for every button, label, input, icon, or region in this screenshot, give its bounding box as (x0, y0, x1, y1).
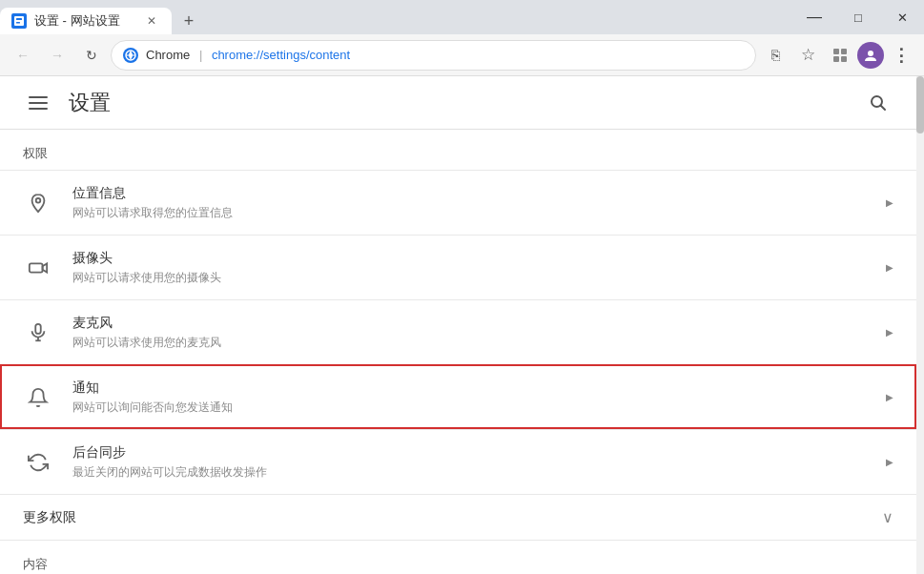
active-tab[interactable]: 设置 - 网站设置 ✕ (0, 8, 172, 34)
close-button[interactable]: ✕ (880, 0, 924, 34)
location-arrow: ▶ (886, 197, 893, 208)
search-icon[interactable] (863, 88, 893, 118)
profile-icon[interactable] (857, 42, 884, 69)
new-tab-button[interactable]: + (175, 8, 202, 34)
microphone-arrow: ▶ (886, 327, 893, 338)
background-sync-title: 后台同步 (72, 444, 886, 461)
location-icon (23, 188, 53, 218)
notification-title: 通知 (72, 379, 886, 397)
svg-rect-10 (29, 96, 48, 98)
address-favicon (123, 48, 138, 63)
camera-text: 摄像头 网站可以请求使用您的摄像头 (72, 250, 886, 286)
microphone-title: 麦克风 (72, 315, 886, 332)
svg-marker-17 (43, 263, 48, 272)
tab-favicon (11, 13, 27, 29)
camera-title: 摄像头 (72, 250, 886, 267)
more-permissions-label: 更多权限 (23, 509, 882, 526)
bookmark-icon[interactable]: ☆ (792, 40, 823, 71)
svg-rect-5 (833, 49, 839, 54)
background-sync-desc: 最近关闭的网站可以完成数据收发操作 (72, 464, 886, 481)
address-url: chrome://settings/content (212, 48, 350, 62)
svg-rect-7 (833, 56, 839, 62)
svg-line-14 (881, 105, 886, 110)
notification-icon (23, 382, 53, 413)
address-separator: | (199, 48, 202, 62)
forward-button[interactable]: → (42, 40, 72, 71)
microphone-icon (23, 318, 53, 348)
address-site: Chrome (146, 48, 190, 62)
main-content: 设置 权限 (0, 76, 924, 574)
tab-title: 设置 - 网站设置 (34, 12, 135, 30)
svg-point-15 (36, 197, 41, 202)
svg-rect-16 (30, 263, 43, 272)
background-sync-arrow: ▶ (886, 457, 893, 467)
page-title: 设置 (69, 89, 111, 117)
camera-setting-item[interactable]: 摄像头 网站可以请求使用您的摄像头 ▶ (0, 235, 916, 299)
more-permissions-item[interactable]: 更多权限 ∨ (0, 494, 916, 540)
svg-rect-8 (841, 56, 847, 62)
settings-scroll-area[interactable]: 权限 位置信息 网站可以请求取得您的位置信息 ▶ (0, 130, 916, 574)
back-button[interactable]: ← (8, 40, 38, 71)
background-sync-text: 后台同步 最近关闭的网站可以完成数据收发操作 (72, 444, 886, 481)
notification-desc: 网站可以询问能否向您发送通知 (72, 400, 886, 416)
camera-icon (23, 253, 53, 283)
microphone-desc: 网站可以请求使用您的麦克风 (72, 335, 886, 351)
svg-rect-18 (35, 323, 41, 333)
svg-rect-0 (14, 16, 24, 26)
minimize-button[interactable]: — (792, 0, 836, 34)
permissions-section-label: 权限 (0, 130, 916, 170)
toolbar-icons: ⎘ ☆ ⋮ (760, 40, 916, 71)
svg-rect-11 (29, 102, 48, 104)
microphone-setting-item[interactable]: 麦克风 网站可以请求使用您的麦克风 ▶ (0, 299, 916, 364)
more-permissions-arrow: ∨ (882, 508, 893, 526)
scrollbar-track[interactable] (916, 76, 924, 574)
camera-desc: 网站可以请求使用您的摄像头 (72, 270, 886, 286)
titlebar: 设置 - 网站设置 ✕ + — □ ✕ (0, 0, 924, 34)
notification-setting-item[interactable]: 通知 网站可以询问能否向您发送通知 ▶ (0, 364, 916, 429)
location-desc: 网站可以请求取得您的位置信息 (72, 205, 886, 221)
scrollbar-thumb[interactable] (916, 76, 924, 133)
tab-bar: 设置 - 网站设置 ✕ + (0, 0, 916, 34)
microphone-text: 麦克风 网站可以请求使用您的麦克风 (72, 315, 886, 351)
content-area: 设置 权限 (0, 76, 916, 574)
svg-rect-1 (16, 18, 22, 20)
location-setting-item[interactable]: 位置信息 网站可以请求取得您的位置信息 ▶ (0, 170, 916, 235)
location-text: 位置信息 网站可以请求取得您的位置信息 (72, 185, 886, 221)
svg-rect-2 (16, 22, 20, 24)
hamburger-menu-icon[interactable] (23, 88, 53, 118)
share-icon[interactable]: ⎘ (760, 40, 791, 71)
notification-text: 通知 网站可以询问能否向您发送通知 (72, 379, 886, 416)
content-section-label: 内容 (0, 540, 916, 574)
address-text: Chrome | chrome://settings/content (146, 48, 744, 62)
svg-point-9 (868, 51, 873, 56)
settings-header: 设置 (0, 76, 916, 130)
background-sync-icon (23, 447, 53, 478)
maximize-button[interactable]: □ (836, 0, 880, 34)
extensions-icon[interactable] (825, 40, 855, 71)
tab-close-button[interactable]: ✕ (143, 12, 160, 30)
browser-window: 设置 - 网站设置 ✕ + — □ ✕ ← → ↻ (0, 0, 924, 574)
menu-icon[interactable]: ⋮ (886, 40, 916, 71)
background-sync-setting-item[interactable]: 后台同步 最近关闭的网站可以完成数据收发操作 ▶ (0, 429, 916, 494)
notification-arrow: ▶ (886, 392, 893, 402)
addressbar: ← → ↻ Chrome | chrome://settings/content… (0, 34, 924, 76)
svg-rect-12 (29, 108, 48, 110)
camera-arrow: ▶ (886, 262, 893, 273)
svg-rect-6 (841, 49, 847, 54)
address-bar[interactable]: Chrome | chrome://settings/content (111, 40, 756, 71)
location-title: 位置信息 (72, 185, 886, 202)
reload-button[interactable]: ↻ (76, 40, 107, 71)
